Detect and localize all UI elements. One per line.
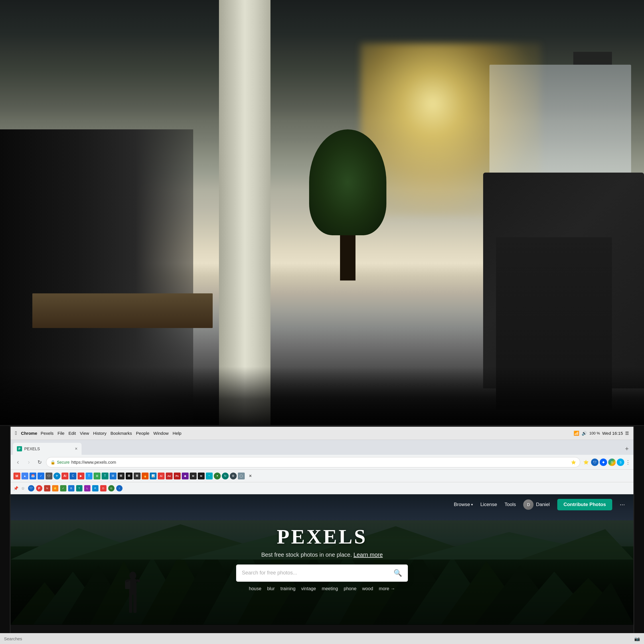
ext-medium4[interactable]: M	[190, 473, 197, 479]
back-button[interactable]: ‹	[13, 458, 23, 467]
volume-icon[interactable]: 🔊	[582, 431, 587, 436]
ext-medium5[interactable]: M	[198, 473, 205, 479]
ext-wave[interactable]: ~	[206, 473, 213, 479]
adobe-icon[interactable]: Ai	[62, 473, 68, 479]
menu-history[interactable]: History	[93, 431, 106, 436]
bk-ext4[interactable]: B	[68, 485, 74, 491]
adobe4-icon[interactable]: Ps	[174, 473, 181, 479]
monitor-frame:  Chrome Pexels File Edit View History B…	[0, 425, 644, 644]
dropbox-ext-icon[interactable]: ◆	[600, 459, 607, 466]
sheets-icon[interactable]: ⊞	[94, 473, 100, 479]
ext-chart[interactable]: 📊	[150, 473, 157, 479]
menu-file[interactable]: Pexels	[41, 431, 54, 436]
reload-button[interactable]: ↻	[35, 458, 44, 467]
ext-blue3[interactable]: M	[110, 473, 116, 479]
menu-bookmarks[interactable]: Bookmarks	[110, 431, 132, 436]
bk-ext7[interactable]: R	[92, 485, 98, 491]
suggestion-blur[interactable]: blur	[267, 586, 275, 591]
bk-pinterest[interactable]: P	[36, 485, 42, 491]
suggestions-more-button[interactable]: more →	[379, 586, 395, 591]
site-logo: PEXELS	[236, 525, 408, 549]
suggestion-meeting[interactable]: meeting	[322, 586, 338, 591]
user-menu[interactable]: D Daniel	[523, 499, 550, 510]
instagram-icon[interactable]: 📷	[634, 636, 640, 641]
todo-icon[interactable]: ✓	[37, 473, 44, 479]
ext-red1[interactable]: ▶	[78, 473, 84, 479]
browse-dropdown-icon: ▾	[471, 503, 473, 507]
ext-m2[interactable]: M	[126, 473, 133, 479]
notification-icon[interactable]: ☰	[625, 431, 629, 436]
gmail-icon[interactable]: M	[13, 473, 20, 479]
bk-ext6[interactable]: L	[84, 485, 90, 491]
bookmark-star[interactable]: ☆	[20, 485, 26, 491]
wifi-icon[interactable]: 📶	[574, 430, 579, 436]
app-name[interactable]: Chrome	[21, 431, 37, 436]
bk-ext1[interactable]: N	[44, 485, 50, 491]
ext-refresh[interactable]: ↻	[222, 473, 229, 479]
medium-icon[interactable]: M	[118, 473, 125, 479]
bk-ext10[interactable]: I	[116, 485, 123, 491]
battery-icon[interactable]: 100 %	[589, 431, 600, 435]
shield2-icon[interactable]: 🛡	[46, 473, 52, 479]
hero-content: PEXELS Best free stock photos in one pla…	[236, 525, 408, 591]
bk-ext2[interactable]: ⭐	[52, 485, 58, 491]
contribute-photos-button[interactable]: Contribute Photos	[557, 499, 612, 510]
google-ext-icon[interactable]: G	[608, 459, 616, 466]
suggestion-wood[interactable]: wood	[362, 586, 373, 591]
address-bar[interactable]: 🔒 Secure https://www.pexels.com ⭐	[46, 457, 580, 467]
search-suggestions: house blur training vintage meeting phon…	[236, 586, 408, 591]
license-nav-item[interactable]: License	[480, 502, 497, 507]
svg-rect-24	[129, 594, 132, 613]
taskbar: Searches 📷	[0, 633, 644, 644]
learn-more-link[interactable]: Learn more	[353, 552, 383, 558]
menu-edit[interactable]: Edit	[68, 431, 76, 436]
close-tab-btn[interactable]: ×	[247, 473, 254, 479]
suggestion-phone[interactable]: phone	[344, 586, 357, 591]
menu-window[interactable]: Window	[153, 431, 169, 436]
adobe3-icon[interactable]: Ae	[166, 473, 173, 479]
suggestion-training[interactable]: training	[280, 586, 295, 591]
person-silhouette-svg	[123, 570, 143, 625]
bk-ext5[interactable]: T	[76, 485, 82, 491]
ext-purple1[interactable]: ◆	[182, 473, 189, 479]
bookmark-icon[interactable]: ⭐	[582, 458, 590, 466]
shield-ext-icon[interactable]: 🛡	[591, 459, 598, 466]
apple-menu-icon[interactable]: 	[15, 430, 17, 436]
menu-view[interactable]: View	[80, 431, 89, 436]
menu-help[interactable]: Help	[173, 431, 181, 436]
tab-close-button[interactable]: ×	[75, 446, 77, 451]
nav-more-button[interactable]: ···	[620, 501, 625, 508]
bk-ext3[interactable]: ✓	[60, 485, 66, 491]
menu-file[interactable]: File	[58, 431, 64, 436]
suggestion-vintage[interactable]: vintage	[301, 586, 316, 591]
bk-shield[interactable]: 🛡	[28, 485, 34, 491]
ext-orange1[interactable]: 🔥	[142, 473, 149, 479]
browser-tab[interactable]: P PEXELS ×	[13, 443, 82, 455]
adobe2-icon[interactable]: Ai	[158, 473, 165, 479]
ext-blue2[interactable]: T	[86, 473, 92, 479]
browse-nav-item[interactable]: Browse ▾	[454, 502, 473, 507]
ext-m3[interactable]: M	[134, 473, 141, 479]
calendar-icon[interactable]: 📅	[29, 473, 36, 479]
suggestion-house[interactable]: house	[249, 586, 262, 591]
search-bar[interactable]: Search for free photos... 🔍	[236, 564, 408, 582]
search-icon[interactable]: 🔍	[394, 569, 402, 577]
ext-green1[interactable]: ✦	[214, 473, 221, 479]
google-drive-icon[interactable]: ▲	[21, 473, 28, 479]
tools-nav-item[interactable]: Tools	[505, 502, 516, 507]
tab-title: PEXELS	[24, 447, 40, 451]
bk-ext9[interactable]: G	[108, 485, 114, 491]
menu-people[interactable]: People	[136, 431, 149, 436]
ext-blue1[interactable]: C	[70, 473, 76, 479]
telegram-icon[interactable]: ✈	[54, 473, 60, 479]
skype-ext-icon[interactable]: S	[617, 459, 624, 466]
ext-teal1[interactable]: T	[102, 473, 108, 479]
bk-ext8[interactable]: D	[100, 485, 106, 491]
forward-button[interactable]: ›	[24, 458, 33, 467]
time-display: Wed 16:15	[602, 431, 623, 436]
more-extensions-icon[interactable]: ⋮	[625, 459, 631, 465]
ext-last[interactable]: ◯	[238, 473, 245, 479]
pin-icon[interactable]: 📌	[13, 486, 18, 491]
new-tab-button[interactable]: +	[623, 445, 631, 453]
ext-settings[interactable]: ⚙	[230, 473, 237, 479]
